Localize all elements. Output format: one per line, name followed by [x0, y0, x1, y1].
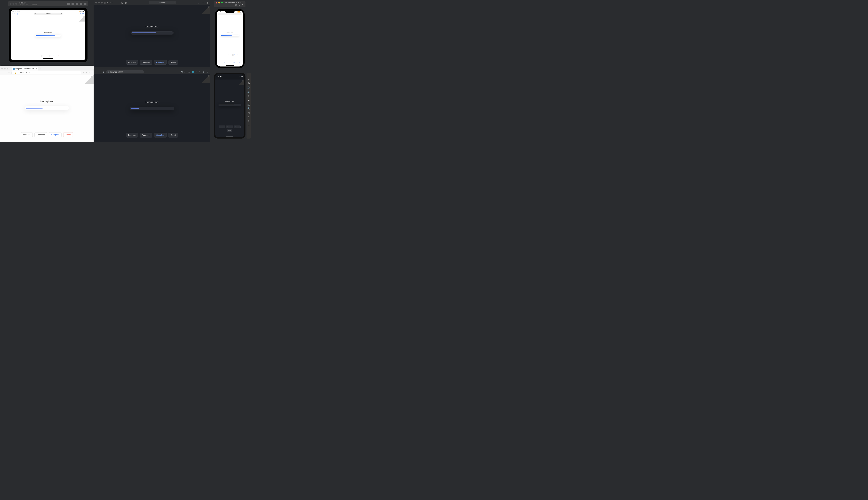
overview-nav-icon[interactable]: □	[247, 120, 250, 122]
back-nav-icon[interactable]: ◁	[247, 112, 250, 114]
reload-icon[interactable]: ↻	[8, 71, 10, 74]
sim-rotate-icon[interactable]: ↻	[242, 4, 244, 6]
tabs-icon[interactable]: ⧉	[82, 13, 84, 14]
traffic-lights[interactable]	[1, 68, 8, 69]
home-indicator[interactable]	[226, 65, 234, 66]
android-navbar[interactable]	[226, 136, 233, 136]
share-icon[interactable]: ⤴	[229, 61, 229, 64]
more-icon[interactable]: ⋯	[247, 124, 250, 126]
complete-button[interactable]: Complete	[234, 126, 241, 128]
reset-button[interactable]: Reset	[227, 129, 232, 132]
volume-down-icon[interactable]: 🔉	[247, 91, 250, 93]
new-tab-icon[interactable]: +	[203, 2, 205, 4]
home-nav-icon[interactable]: ○	[247, 116, 250, 118]
bookmark-star-icon[interactable]: ☆	[82, 71, 84, 74]
decrease-button[interactable]: Decrease	[227, 54, 232, 56]
back-icon[interactable]: ←	[95, 71, 98, 73]
complete-button[interactable]: Complete	[154, 60, 167, 65]
zoom-icon[interactable]: 🔍	[247, 107, 250, 110]
menu-icon[interactable]: ⋮	[206, 71, 209, 73]
volume-up-icon[interactable]: 🔊	[247, 87, 250, 89]
forward-icon[interactable]: ›	[14, 13, 16, 14]
site-info-icon[interactable]: ⓘ	[107, 71, 110, 73]
reload-icon[interactable]: ↻	[174, 2, 175, 4]
aa-button[interactable]: AA	[218, 13, 219, 14]
sim-screenshot-icon[interactable]	[76, 3, 78, 5]
screenshot-icon[interactable]: 📷	[247, 103, 250, 105]
pin-icon[interactable]: ⚲	[89, 71, 90, 74]
tabs-icon[interactable]: ▦	[206, 2, 209, 4]
back-icon[interactable]: ‹	[110, 1, 111, 4]
back-icon[interactable]: ←	[1, 71, 3, 74]
reset-button[interactable]: Reset	[228, 57, 232, 59]
menu-icon[interactable]: ≡	[91, 71, 92, 74]
lock-icon[interactable]: 🔒	[14, 72, 16, 73]
decrease-button[interactable]: Decrease	[140, 60, 152, 65]
sim-tool-icon[interactable]	[71, 3, 74, 5]
decrease-button[interactable]: Decrease	[41, 55, 48, 57]
sim-rotate-icon[interactable]	[84, 3, 87, 5]
complete-button[interactable]: Complete	[49, 132, 61, 137]
browser-tab[interactable]: Progress | GUI Challenges ×	[12, 67, 38, 70]
power-icon[interactable]: ⏻	[247, 82, 250, 85]
home-indicator[interactable]	[43, 58, 53, 59]
install-icon[interactable]: ⬒	[181, 71, 183, 73]
iphone-url-field[interactable]: AA localhost ↻	[218, 13, 242, 15]
forward-icon[interactable]: →	[5, 71, 7, 74]
close-emulator-icon[interactable]: ×	[247, 74, 250, 76]
back-icon[interactable]: ‹	[220, 61, 220, 64]
minimize-icon[interactable]: ─	[247, 78, 250, 81]
new-tab-icon[interactable]: +	[80, 13, 82, 14]
close-tab-icon[interactable]: ×	[36, 68, 37, 70]
bookmarks-icon[interactable]: ▭	[233, 61, 235, 64]
reload-icon[interactable]: ↻	[103, 71, 104, 73]
reset-button[interactable]: Reset	[168, 133, 178, 137]
ipad-url-field[interactable]: AA localhost ↻	[34, 13, 62, 15]
shield-icon[interactable]: ◒	[121, 1, 123, 4]
sidebar-icon[interactable]: ▤	[17, 13, 19, 14]
reset-button[interactable]: Reset	[64, 132, 73, 137]
rotate-left-icon[interactable]: ◇	[247, 95, 250, 97]
complete-button[interactable]: Complete	[49, 55, 56, 57]
sim-screenshot-icon[interactable]: ▣	[235, 4, 237, 6]
reading-list-icon[interactable]: ≡	[199, 71, 201, 73]
ipad-sim-titlebar[interactable]: iPad Air 4th generation – iOS 14.5	[8, 1, 88, 7]
rotate-right-icon[interactable]: ◆	[247, 99, 250, 101]
bookmark-star-icon[interactable]: ☆	[188, 71, 191, 73]
complete-button[interactable]: Complete	[233, 54, 239, 56]
shield-icon[interactable]: ○	[13, 72, 13, 73]
traffic-lights[interactable]	[216, 2, 223, 3]
back-icon[interactable]: ‹	[12, 13, 14, 14]
increase-button[interactable]: Increase	[221, 54, 226, 56]
traffic-lights[interactable]	[95, 2, 103, 3]
forward-icon[interactable]: ›	[112, 1, 113, 4]
profile-avatar-icon[interactable]: ◉	[203, 71, 205, 73]
traffic-lights[interactable]	[10, 3, 17, 5]
increase-button[interactable]: Increase	[126, 133, 138, 137]
extension-icon[interactable]	[192, 71, 194, 73]
share-icon[interactable]: ⤴	[184, 71, 187, 73]
decrease-button[interactable]: Decrease	[35, 132, 47, 137]
iphone-sim-titlebar[interactable]: iPhone 12 Pro – iOS 14.5 ▣ ⌂ ↻	[214, 1, 245, 7]
firefox-url-field[interactable]: ○ 🔒 localhost:3000	[11, 71, 81, 74]
extensions-icon[interactable]: ✦	[195, 71, 198, 73]
decrease-button[interactable]: Decrease	[226, 126, 233, 128]
sim-home-icon[interactable]: ⌂	[239, 4, 241, 6]
increase-button[interactable]: Increase	[34, 55, 40, 57]
safari-url-field[interactable]: localhost ↻	[149, 1, 176, 4]
increase-button[interactable]: Increase	[21, 132, 33, 137]
sim-tool-icon[interactable]	[67, 3, 70, 5]
eyedropper-icon[interactable]: ✎	[85, 71, 87, 74]
decrease-button[interactable]: Decrease	[140, 133, 152, 137]
share-icon[interactable]: ⤴	[78, 13, 79, 14]
reload-icon[interactable]: ↻	[241, 13, 241, 15]
increase-button[interactable]: Increase	[126, 60, 138, 65]
aa-button[interactable]: AA	[34, 13, 36, 14]
complete-button[interactable]: Complete	[154, 133, 167, 137]
appearance-icon[interactable]: ◐	[125, 1, 127, 4]
reset-button[interactable]: Reset	[168, 60, 178, 65]
sidebar-icon[interactable]: ▤ ▾	[104, 1, 108, 4]
share-icon[interactable]: ⤴	[198, 2, 201, 4]
tabs-icon[interactable]: ⧉	[239, 61, 240, 64]
sim-home-icon[interactable]	[80, 3, 82, 5]
